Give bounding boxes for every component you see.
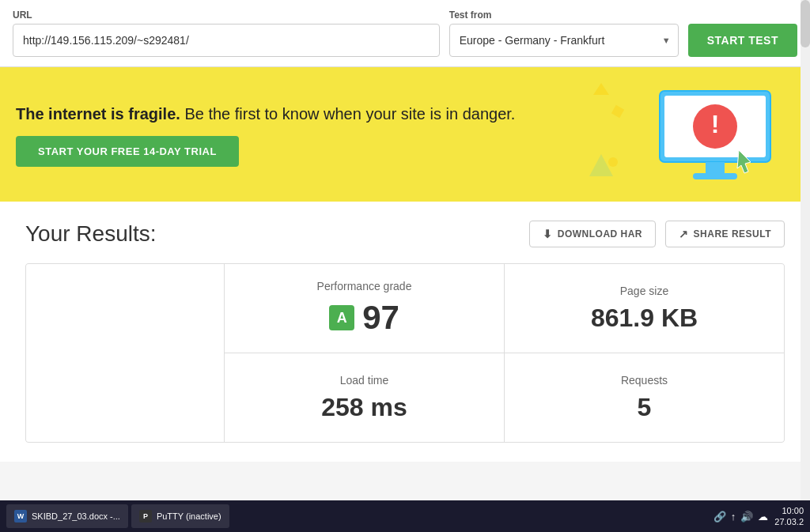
putty-icon: P — [139, 510, 152, 523]
page-size-card: Page size 861.9 KB — [505, 264, 784, 353]
page-size-label: Page size — [620, 285, 668, 297]
page-size-value: 861.9 KB — [591, 304, 698, 333]
banner-text: The internet is fragile. Be the first to… — [16, 103, 636, 167]
banner-headline-rest: Be the first to know when your site is i… — [180, 105, 516, 123]
network-icon: 🔗 — [713, 511, 726, 523]
requests-card: Requests 5 — [505, 353, 784, 442]
banner-cta-button[interactable]: START YOUR FREE 14-DAY TRIAL — [16, 136, 239, 167]
taskbar: W SKIBD_27_03.docx -... P PuTTY (inactiv… — [0, 500, 810, 532]
download-har-button[interactable]: ⬇ DOWNLOAD HAR — [529, 221, 656, 247]
svg-rect-6 — [706, 162, 725, 175]
url-input[interactable] — [13, 24, 440, 57]
monitor-svg: ! — [636, 83, 794, 186]
share-result-button[interactable]: ↗ SHARE RESULT — [665, 221, 785, 247]
taskbar-item2-label: PuTTY (inactive) — [157, 511, 221, 521]
promo-banner: The internet is fragile. Be the first to… — [0, 67, 810, 202]
results-actions: ⬇ DOWNLOAD HAR ↗ SHARE RESULT — [529, 221, 785, 247]
share-result-label: SHARE RESULT — [694, 228, 771, 240]
taskbar-clock: 10:00 27.03.2 — [774, 505, 804, 528]
waterfall-card — [26, 264, 224, 442]
performance-grade-label: Performance grade — [317, 280, 412, 292]
url-label: URL — [13, 9, 440, 21]
svg-marker-0 — [593, 83, 609, 95]
download-har-label: DOWNLOAD HAR — [558, 228, 642, 240]
scrollbar-track[interactable] — [801, 0, 810, 500]
taskbar-date-value: 27.03.2 — [774, 516, 804, 527]
load-time-label: Load time — [340, 374, 388, 387]
svg-text:!: ! — [711, 110, 720, 138]
word-icon: W — [14, 510, 27, 523]
taskbar-sys-icons: 🔗 ↑ 🔊 ☁ — [713, 511, 769, 523]
download-icon: ⬇ — [543, 228, 553, 240]
test-from-select[interactable]: Europe - Germany - Frankfurt — [449, 24, 679, 57]
share-icon: ↗ — [679, 228, 689, 240]
results-title: Your Results: — [25, 221, 157, 247]
performance-grade-card: Performance grade A 97 — [225, 264, 504, 353]
speaker-icon: 🔊 — [740, 511, 753, 523]
load-time-value: 258 ms — [321, 393, 407, 422]
banner-illustration: ! — [636, 83, 794, 186]
svg-rect-7 — [693, 173, 737, 179]
grade-score: 97 — [362, 299, 399, 337]
taskbar-right: 🔗 ↑ 🔊 ☁ 10:00 27.03.2 — [713, 505, 804, 528]
taskbar-time-value: 10:00 — [774, 505, 804, 516]
arrow-icon: ↑ — [731, 511, 736, 523]
requests-value: 5 — [638, 393, 652, 422]
taskbar-item-word[interactable]: W SKIBD_27_03.docx -... — [6, 504, 128, 528]
test-from-select-wrapper: Europe - Germany - Frankfurt — [449, 24, 679, 57]
results-section: Your Results: ⬇ DOWNLOAD HAR ↗ SHARE RES… — [0, 202, 810, 462]
results-grid: Performance grade A 97 Page size 861.9 K… — [25, 263, 785, 443]
grade-container: A 97 — [329, 299, 399, 337]
test-from-label: Test from — [449, 9, 679, 21]
cloud-icon: ☁ — [758, 511, 768, 523]
scrollbar-thumb[interactable] — [801, 0, 810, 47]
url-group: URL — [13, 9, 440, 57]
requests-label: Requests — [621, 374, 668, 387]
grade-badge: A — [329, 305, 354, 330]
load-time-card: Load time 258 ms — [225, 353, 504, 442]
taskbar-item1-label: SKIBD_27_03.docx -... — [32, 511, 120, 521]
start-test-button[interactable]: START TEST — [688, 24, 797, 57]
banner-headline-strong: The internet is fragile. — [16, 105, 180, 123]
taskbar-item-putty[interactable]: P PuTTY (inactive) — [131, 504, 229, 528]
banner-headline: The internet is fragile. Be the first to… — [16, 103, 620, 125]
url-bar-section: URL Test from Europe - Germany - Frankfu… — [0, 0, 810, 67]
results-header: Your Results: ⬇ DOWNLOAD HAR ↗ SHARE RES… — [25, 221, 785, 247]
test-from-group: Test from Europe - Germany - Frankfurt — [449, 9, 679, 57]
